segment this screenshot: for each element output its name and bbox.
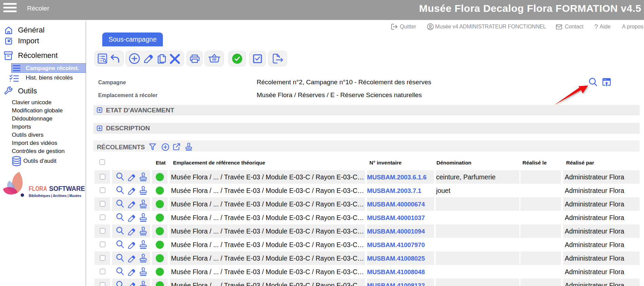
svg-text:SOFTWARE: SOFTWARE bbox=[49, 184, 85, 192]
svg-text:FLORA: FLORA bbox=[29, 184, 47, 192]
svg-text:Bibliothèques | Archives | Mus: Bibliothèques | Archives | Musées bbox=[29, 194, 81, 198]
